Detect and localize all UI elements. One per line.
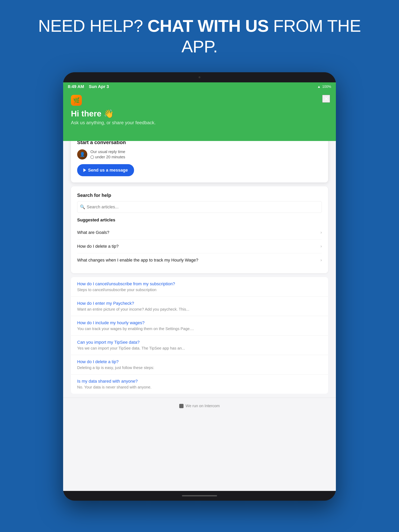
conversation-card-title: Start a conversation	[77, 141, 322, 146]
battery-text: 100%	[322, 85, 331, 89]
reply-time-label: Our usual reply time	[90, 150, 125, 154]
chevron-right-1: ›	[321, 230, 322, 235]
front-camera	[199, 76, 200, 78]
articles-list: How do I cancel/unsubscribe from my subs…	[71, 277, 328, 394]
clock-icon	[90, 155, 94, 159]
footer-text: We run on Intercom	[186, 404, 219, 408]
app-content[interactable]: Start a conversation 👤 Our usual reply t…	[63, 141, 336, 491]
headline-text: NEED HELP? CHAT WITH US FROM THE APP.	[38, 16, 361, 56]
home-pill	[182, 495, 217, 496]
send-play-icon	[83, 168, 86, 172]
reply-text-block: Our usual reply time under 20 minutes	[90, 150, 125, 159]
article-link-desc-5: Deleting a tip is easy, just follow thes…	[77, 366, 322, 370]
suggested-article-2[interactable]: How do I delete a tip? ›	[77, 240, 322, 253]
greeting-text: Hi there 👋	[71, 109, 328, 118]
article-list-item-4[interactable]: Can you import my TipSee data? Yes we ca…	[71, 335, 328, 355]
article-link-desc-1: Steps to cancel/unsubscribe your subscri…	[77, 288, 322, 292]
send-message-button[interactable]: Send us a message	[77, 164, 134, 176]
search-section: Search for help 🔍 Suggested articles Wha…	[71, 186, 328, 273]
home-indicator-bar	[63, 491, 336, 501]
article-list-item-3[interactable]: How do I include my hourly wages? You ca…	[71, 316, 328, 335]
article-link-title-2: How do I enter my Paycheck?	[77, 301, 322, 306]
conversation-card: Start a conversation 👤 Our usual reply t…	[71, 141, 328, 183]
article-link-desc-3: You can track your wages by enabling the…	[77, 327, 322, 331]
status-bar: 8:49 AM Sun Apr 3 ▲ 100%	[63, 82, 336, 91]
reply-time-value: under 20 minutes	[90, 155, 125, 159]
article-link-title-1: How do I cancel/unsubscribe from my subs…	[77, 281, 322, 286]
chevron-right-2: ›	[321, 244, 322, 249]
suggested-article-3[interactable]: What changes when I enable the app to tr…	[77, 253, 322, 267]
status-bar-right: ▲ 100%	[317, 85, 331, 89]
article-list-item-5[interactable]: How do I delete a tip? Deleting a tip is…	[71, 355, 328, 374]
article-link-desc-4: Yes we can import your TipSee data. The …	[77, 346, 322, 350]
reply-time-text: under 20 minutes	[95, 155, 125, 159]
search-input[interactable]	[77, 201, 322, 213]
app-logo: 🌿	[71, 95, 82, 106]
article-list-item-6[interactable]: Is my data shared with anyone? No. Your …	[71, 374, 328, 394]
greeting-subtitle: Ask us anything, or share your feedback.	[71, 120, 328, 125]
article-list-item-2[interactable]: How do I enter my Paycheck? Want an enti…	[71, 296, 328, 316]
search-section-title: Search for help	[77, 193, 322, 198]
article-link-desc-6: No. Your data is never shared with anyon…	[77, 385, 322, 389]
avatar: 👤	[77, 149, 87, 159]
tablet-device: 8:49 AM Sun Apr 3 ▲ 100% 🌿 ✕ Hi there 👋 …	[63, 72, 336, 501]
article-list-item-1[interactable]: How do I cancel/unsubscribe from my subs…	[71, 277, 328, 296]
article-link-title-6: Is my data shared with anyone?	[77, 379, 322, 384]
close-button[interactable]: ✕	[322, 95, 330, 103]
article-title-1: What are Goals?	[77, 230, 109, 235]
suggested-article-1[interactable]: What are Goals? ›	[77, 226, 322, 240]
chevron-right-3: ›	[321, 258, 322, 263]
wifi-icon: ▲	[317, 85, 321, 89]
tablet-top-bar	[63, 72, 336, 82]
tablet-screen: 8:49 AM Sun Apr 3 ▲ 100% 🌿 ✕ Hi there 👋 …	[63, 82, 336, 491]
article-title-3: What changes when I enable the app to tr…	[77, 258, 198, 263]
article-link-title-4: Can you import my TipSee data?	[77, 340, 322, 345]
send-message-label: Send us a message	[88, 168, 128, 173]
article-link-title-3: How do I include my hourly wages?	[77, 320, 322, 325]
suggested-articles-label: Suggested articles	[77, 217, 322, 222]
status-time-date: 8:49 AM Sun Apr 3	[68, 84, 109, 89]
search-input-wrapper: 🔍	[77, 201, 322, 213]
status-date: Sun Apr 3	[89, 84, 109, 89]
page-headline: NEED HELP? CHAT WITH US FROM THE APP.	[0, 16, 399, 57]
app-header: 🌿 ✕ Hi there 👋 Ask us anything, or share…	[63, 91, 336, 141]
reply-info: 👤 Our usual reply time under 20 minutes	[77, 149, 322, 159]
article-title-2: How do I delete a tip?	[77, 244, 119, 249]
article-link-desc-2: Want an entire picture of your income? A…	[77, 307, 322, 311]
search-icon: 🔍	[80, 204, 85, 209]
status-time: 8:49 AM	[68, 84, 84, 89]
footer-intercom-icon	[179, 404, 184, 408]
app-footer: We run on Intercom	[63, 398, 336, 414]
article-link-title-5: How do I delete a tip?	[77, 359, 322, 364]
